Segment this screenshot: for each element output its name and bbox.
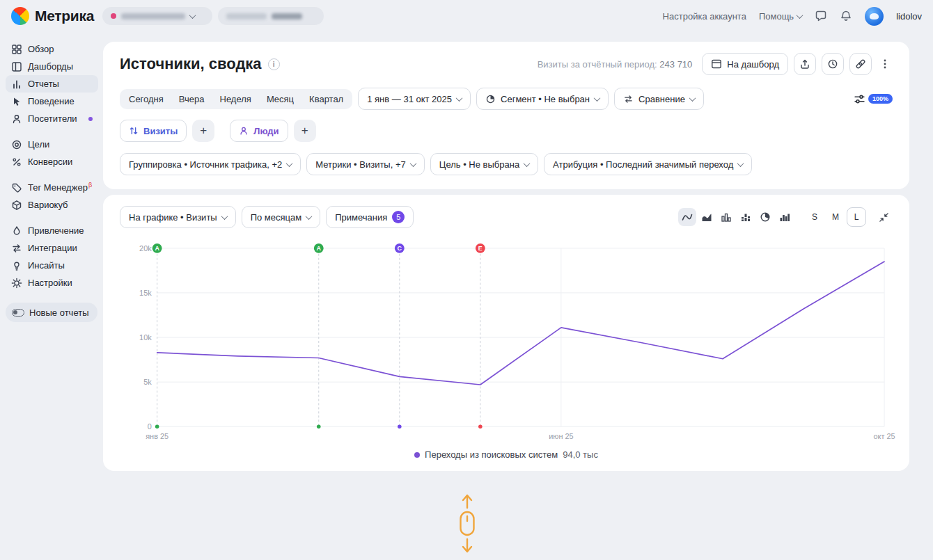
quick-range-button[interactable]: Сегодня <box>121 90 171 108</box>
cursor-icon <box>11 96 22 107</box>
sidebar-item-variocube[interactable]: Вариокуб <box>6 196 98 214</box>
new-reports-toggle[interactable]: Новые отчеты <box>6 303 97 322</box>
quick-range-button[interactable]: Вчера <box>171 90 212 108</box>
sidebar-item-label: Дашборды <box>28 61 73 72</box>
toggle-icon <box>12 309 24 317</box>
chart-type-bar-icon[interactable] <box>717 208 735 226</box>
chart-type-line-icon[interactable] <box>678 208 696 226</box>
attribution-value: Атрибуция • Последний значимый переход <box>553 159 733 170</box>
size-s-button[interactable]: S <box>805 207 824 227</box>
sidebar-item-label: Отчеты <box>28 79 59 89</box>
date-range-dropdown[interactable]: 1 янв — 31 окт 2025 <box>358 88 471 110</box>
new-reports-label: Новые отчеты <box>29 307 88 318</box>
metrics-dropdown[interactable]: Метрики • Визиты, +7 <box>306 153 424 175</box>
visits-tab-label: Визиты <box>143 126 178 136</box>
sliders-icon <box>854 93 865 105</box>
notifications-bell-icon[interactable] <box>840 10 852 22</box>
more-menu-button[interactable] <box>877 53 893 75</box>
on-chart-dropdown[interactable]: На графике • Визиты <box>120 206 236 228</box>
chart-legend[interactable]: Переходы из поисковых систем 94,0 тыс <box>120 449 893 463</box>
sidebar-item-goals[interactable]: Цели <box>6 136 98 153</box>
account-settings-link[interactable]: Настройка аккаунта <box>663 11 746 22</box>
chart-type-pie-icon[interactable] <box>756 208 774 226</box>
tag-icon <box>11 182 22 193</box>
help-menu[interactable]: Помощь <box>759 11 802 22</box>
sidebar-item-behavior[interactable]: Поведение <box>6 93 98 110</box>
notes-button[interactable]: Примечания 5 <box>326 206 414 228</box>
user-avatar[interactable] <box>865 7 884 26</box>
segment-dropdown[interactable]: Сегмент • Не выбран <box>476 88 609 110</box>
sidebar-item-insights[interactable]: Инсайты <box>6 257 98 274</box>
sidebar-item-label: Поведение <box>28 96 75 106</box>
chevron-down-icon <box>409 160 416 167</box>
compare-dropdown[interactable]: Сравнение <box>614 88 704 110</box>
counter-selector[interactable] <box>102 7 212 25</box>
size-m-button[interactable]: M <box>826 207 845 227</box>
kebab-icon <box>879 58 891 70</box>
sampling-control[interactable]: 100% <box>854 93 893 105</box>
chevron-down-icon <box>689 95 696 102</box>
target-icon <box>11 139 22 150</box>
sidebar-item-overview[interactable]: Обзор <box>6 40 98 58</box>
lightbulb-icon <box>11 260 22 271</box>
sidebar-item-label: Тег Менеджерβ <box>28 182 92 193</box>
add-people-metric-button[interactable]: + <box>294 120 316 142</box>
quick-range-button[interactable]: Месяц <box>259 90 301 108</box>
size-l-button[interactable]: L <box>847 207 866 227</box>
legend-value: 94,0 тыс <box>563 449 598 460</box>
chart-svg: 05k10k15k20kянв 25июн 25окт 25AACE <box>120 238 893 442</box>
history-button[interactable] <box>822 53 844 75</box>
quick-date-ranges: Сегодня Вчера Неделя Месяц Квартал <box>120 89 352 109</box>
svg-text:A: A <box>155 245 159 252</box>
segment-value: Сегмент • Не выбран <box>501 94 590 104</box>
compare-arrows-icon <box>623 94 634 104</box>
chat-icon[interactable] <box>815 10 827 22</box>
sidebar-item-dashboards[interactable]: Дашборды <box>6 58 98 75</box>
scroll-down-arrow <box>463 539 471 552</box>
person-icon <box>239 126 249 136</box>
visits-tab[interactable]: Визиты <box>120 120 187 142</box>
sidebar-item-label: Инсайты <box>28 260 65 271</box>
quick-range-button[interactable]: Неделя <box>212 90 259 108</box>
svg-text:20k: 20k <box>139 244 152 253</box>
counter-secondary[interactable] <box>218 7 324 25</box>
metrika-logo[interactable]: Метрика <box>11 7 94 25</box>
goal-dropdown[interactable]: Цель • Не выбрана <box>430 153 538 175</box>
to-dashboard-button[interactable]: На дашборд <box>702 53 788 75</box>
sidebar-item-conversions[interactable]: Конверсии <box>6 153 98 170</box>
notification-dot <box>88 117 93 121</box>
export-button[interactable] <box>794 53 816 75</box>
collapse-chart-icon[interactable] <box>875 208 893 226</box>
to-dashboard-label: На дашборд <box>727 59 779 70</box>
page-title: Источники, сводка <box>120 55 262 73</box>
grouping-dropdown[interactable]: Группировка • Источник трафика, +2 <box>120 153 301 175</box>
chart-type-area-icon[interactable] <box>698 208 716 226</box>
svg-text:A: A <box>317 245 322 252</box>
granularity-dropdown[interactable]: По месяцам <box>242 206 321 228</box>
add-visits-metric-button[interactable]: + <box>192 120 214 142</box>
legend-dot <box>414 452 420 458</box>
sidebar-item-visitors[interactable]: Посетители <box>6 110 98 127</box>
sidebar-item-settings[interactable]: Настройки <box>6 274 98 291</box>
segment-pie-icon <box>485 94 496 104</box>
sidebar-item-label: Обзор <box>28 44 54 54</box>
info-icon[interactable]: i <box>268 58 280 70</box>
attribution-dropdown[interactable]: Атрибуция • Последний значимый переход <box>544 153 752 175</box>
clock-icon <box>827 58 838 70</box>
people-tab[interactable]: Люди <box>230 120 288 142</box>
sidebar-item-tag-manager[interactable]: Тег Менеджерβ <box>6 179 98 196</box>
notes-label: Примечания <box>335 212 387 223</box>
chart-size-group: S M L <box>805 207 866 227</box>
share-link-button[interactable] <box>849 53 872 75</box>
cube-icon <box>11 200 22 211</box>
line-chart[interactable]: 05k10k15k20kянв 25июн 25окт 25AACE <box>120 238 893 442</box>
date-range-value: 1 янв — 31 окт 2025 <box>367 94 452 104</box>
chart-type-stacked-bar-icon[interactable] <box>737 208 755 226</box>
chart-type-column-icon[interactable] <box>776 208 794 226</box>
sidebar-item-reports[interactable]: Отчеты <box>6 75 98 93</box>
sidebar-item-attraction[interactable]: Привлечение <box>6 222 98 239</box>
beta-badge: β <box>88 182 92 189</box>
gear-icon <box>11 278 22 289</box>
sidebar-item-integrations[interactable]: Интеграции <box>6 239 98 257</box>
quick-range-button[interactable]: Квартал <box>301 90 351 108</box>
